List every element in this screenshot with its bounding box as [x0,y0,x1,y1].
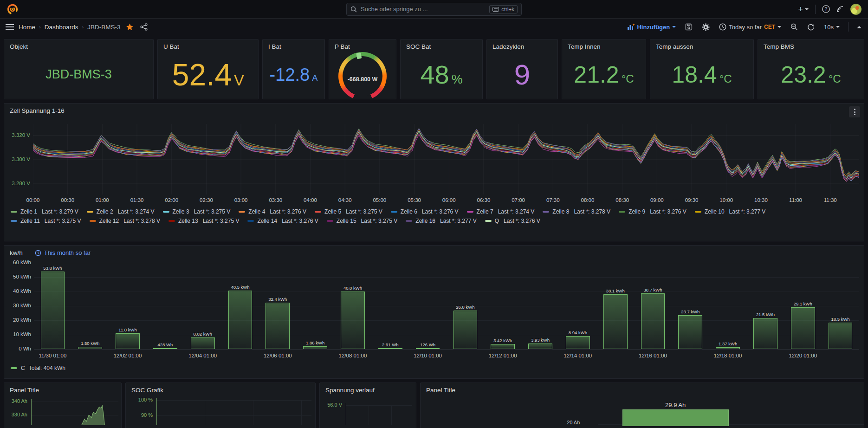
stat-panel-temp-bms[interactable]: Temp BMS 23.2°C [758,39,864,99]
bar[interactable] [622,409,729,426]
legend-item[interactable]: Zelle 10Last *: 3.277 V [695,208,765,215]
stat-panel-u-bat[interactable]: U Bat 52.4V [157,39,259,99]
bar[interactable] [678,315,702,349]
cell-voltage-chart[interactable]: 3.320 V3.300 V3.280 V [33,124,859,195]
bar[interactable] [829,323,853,349]
legend-item[interactable]: Zelle 7Last *: 3.274 V [467,208,535,215]
bar[interactable] [116,333,140,349]
search-input[interactable]: Suche oder springe zu ... ctrl+k [346,3,522,16]
x-tick: 02:00 [165,197,178,203]
collapse-toolbar-button[interactable] [856,25,862,29]
x-tick: 07:30 [546,197,560,203]
bar[interactable] [416,348,440,349]
bar[interactable] [791,307,815,349]
legend-item[interactable]: Zelle 8Last *: 3.278 V [543,208,610,215]
legend-item[interactable]: QLast *: 3.276 V [485,218,540,224]
legend-item[interactable]: Zelle 13Last *: 3.275 V [168,218,239,224]
news-button[interactable] [836,6,844,13]
legend-series-name: Zelle 8 [552,208,569,215]
stat-panel-soc[interactable]: SOC Bat 48% [400,39,483,99]
panel-title[interactable]: Zell Spannung 1-16 [4,104,65,114]
legend-item[interactable]: Zelle 2Last *: 3.274 V [87,208,155,215]
legend-item[interactable]: Zelle 6Last *: 3.276 V [391,208,459,215]
ah-bar-panel[interactable]: Panel Title 29.9 Ah 20 Ah [420,383,864,428]
legend-item[interactable]: Zelle 11Last *: 3.275 V [11,218,81,224]
bar[interactable] [78,347,102,349]
legend-series-name: Zelle 6 [401,208,417,215]
bar[interactable] [491,344,515,349]
power-gauge: -668.800 W [338,52,387,97]
legend-series-name[interactable]: C [21,365,25,371]
legend-item[interactable]: Zelle 1Last *: 3.279 V [11,208,78,215]
x-tick: 05:30 [408,197,421,203]
bar[interactable] [228,291,253,349]
legend-item[interactable]: Zelle 16Last *: 3.277 V [406,218,476,224]
refresh-interval-picker[interactable]: 10s [823,23,841,32]
y-tick: 3.300 V [6,156,30,162]
y-tick: 40 kWh [5,288,31,294]
bar[interactable] [453,311,478,349]
bar[interactable] [528,344,552,349]
stat-unit: V [234,73,244,88]
save-dashboard-button[interactable] [684,22,693,32]
legend-item[interactable]: Zelle 4Last *: 3.276 V [239,208,306,215]
bar[interactable] [153,348,177,349]
grafana-logo[interactable] [6,3,19,15]
mega-menu-toggle[interactable] [6,24,14,30]
legend-item[interactable]: Zelle 3Last *: 3.275 V [163,208,231,215]
breadcrumb-home[interactable]: Home [19,24,35,31]
stat-panel-objekt[interactable]: Objekt JBD-BMS-3 [4,39,154,99]
favorite-button[interactable] [125,22,135,32]
bar[interactable] [41,272,65,349]
legend-item[interactable]: Zelle 12Last *: 3.278 V [90,218,160,224]
bar[interactable] [341,292,365,349]
bar[interactable] [641,293,665,349]
time-range-picker[interactable]: Today so far CET [718,22,782,32]
bottom-row: Panel Title 340 Ah 330 Ah SOC Grafik 100… [4,383,864,428]
legend-item[interactable]: Zelle 15Last *: 3.275 V [327,218,397,224]
stat-panel-temp-aussen[interactable]: Temp aussen 18.4°C [650,39,754,99]
bar[interactable] [566,336,590,349]
x-tick: 00:00 [26,197,40,203]
legend-last-value: Last *: 3.274 V [118,208,155,215]
y-tick: 50 kWh [5,274,31,279]
share-button[interactable] [139,22,149,32]
bar[interactable] [753,318,777,349]
legend-last-value: Last *: 3.279 V [42,208,78,215]
stat-panel-i-bat[interactable]: I Bat -12.8A [262,39,325,99]
bar[interactable] [603,294,628,349]
spannung-verlauf-panel[interactable]: Spannung verlauf 56.0 V [319,383,416,428]
user-avatar[interactable] [850,4,862,15]
kwh-bar-chart[interactable]: 0 Wh10 kWh20 kWh30 kWh40 kWh50 kWh60 kWh… [34,261,859,352]
time-override-link[interactable]: This month so far [35,249,91,256]
bar[interactable] [716,347,740,349]
bar[interactable] [191,337,215,349]
stat-panel-temp-innen[interactable]: Temp Innen 21.2°C [562,39,646,99]
refresh-button[interactable] [806,22,816,32]
dashboard-settings-button[interactable] [701,22,711,32]
stat-panel-ladezyklen[interactable]: Ladezyklen 9 [486,39,558,99]
soc-grafik-panel[interactable]: SOC Grafik 100 % 90 % [125,383,316,428]
legend-item[interactable]: Zelle 9Last *: 3.276 V [619,208,687,215]
help-button[interactable]: ? [822,5,830,13]
bar-value-label: 3.42 kWh [493,338,512,343]
breadcrumb-dashboards[interactable]: Dashboards [45,24,78,31]
bar-value-label: 1.50 kWh [81,341,99,346]
bar[interactable] [378,348,402,349]
zoom-out-button[interactable] [790,22,799,32]
add-panel-button[interactable]: Hinzufügen [626,23,677,32]
legend-item[interactable]: Zelle 5Last *: 3.275 V [315,208,382,215]
stat-panel-p-bat-gauge[interactable]: P Bat -668.800 W [329,39,396,99]
stat-value: 9 [514,60,530,89]
capacity-panel[interactable]: Panel Title 340 Ah 330 Ah [4,383,122,428]
bar[interactable] [266,303,290,349]
panel-title[interactable]: kw/h [4,246,23,256]
legend-item[interactable]: Zelle 14Last *: 3.276 V [247,218,318,224]
rss-icon [836,6,844,13]
x-tick: 08:30 [615,197,629,203]
panel-menu-button[interactable] [849,106,860,117]
add-new-button[interactable]: + [798,5,809,13]
chevron-down-icon [805,8,809,10]
panel-title: P Bat [329,39,396,50]
bar[interactable] [303,346,327,349]
